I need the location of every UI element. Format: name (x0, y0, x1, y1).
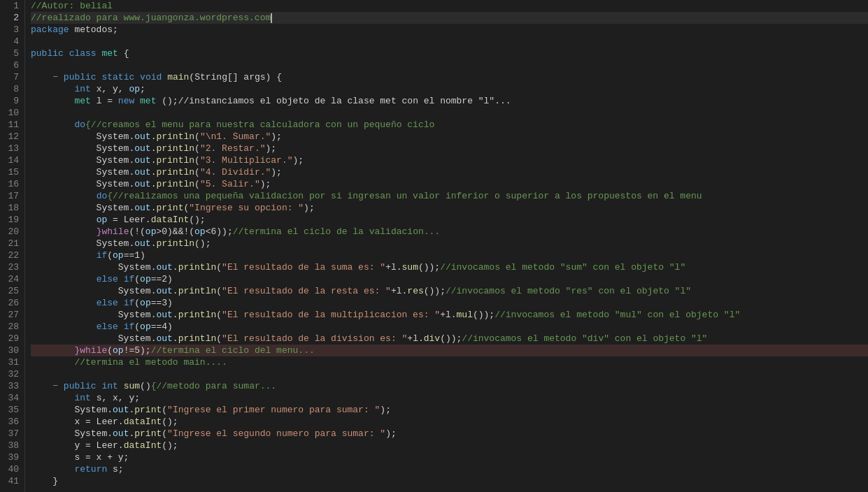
code-line-41: } (31, 475, 868, 487)
text-cursor (271, 13, 272, 23)
code-line-9: met l = new met ();//instanciamos el obj… (31, 95, 868, 107)
line-number-12: 12 (6, 131, 19, 143)
code-content[interactable]: //Autor: belial//realizado para www.juan… (25, 0, 868, 492)
code-line-8: int x, y, op; (31, 83, 868, 95)
line-number-28: 28 (6, 321, 19, 333)
code-line-32: ​ (31, 368, 868, 380)
line-number-2: 2 (6, 12, 19, 24)
line-number-25: 25 (6, 285, 19, 297)
line-number-11: 11 (6, 119, 19, 131)
line-number-31: 31 (6, 356, 19, 368)
line-number-40: 40 (6, 463, 19, 475)
code-line-20: }while(!(op>0)&&!(op<6));//termina el ci… (31, 226, 868, 238)
line-number-13: 13 (6, 143, 19, 154)
code-line-29: System.out.println("El resultado de la d… (31, 333, 868, 345)
code-line-4: ​ (31, 36, 868, 48)
line-number-8: 8 (6, 83, 19, 95)
code-line-30: }while(op!=5);//termina el ciclo del men… (31, 345, 868, 356)
line-number-23: 23 (6, 261, 19, 273)
line-number-30: 30 (6, 345, 19, 356)
line-number-3: 3 (6, 24, 19, 36)
line-number-35: 35 (6, 404, 19, 416)
code-line-28: else if(op==4) (31, 321, 868, 333)
line-number-32: 32 (6, 368, 19, 380)
code-line-31: //termina el metodo main.... (31, 356, 868, 368)
line-number-9: 9 (6, 95, 19, 107)
line-number-16: 16 (6, 178, 19, 190)
line-number-38: 38 (6, 440, 19, 451)
code-line-10: ​ (31, 107, 868, 119)
code-line-25: System.out.println("El resultado de la r… (31, 285, 868, 297)
code-line-11: do{//creamos el menu para nuestra calcul… (31, 119, 868, 131)
code-line-17: do{//realizamos una pequeña validacion p… (31, 190, 868, 202)
code-editor: 1234567891011121314151617181920212223242… (0, 0, 868, 492)
code-line-23: System.out.println("El resultado de la s… (31, 261, 868, 273)
line-number-7: 7 (6, 71, 19, 83)
line-number-26: 26 (6, 297, 19, 309)
code-line-27: System.out.println("El resultado de la m… (31, 309, 868, 321)
line-number-17: 17 (6, 190, 19, 202)
code-line-14: System.out.println("3. Multiplicar."); (31, 154, 868, 166)
code-line-1: //Autor: belial (31, 0, 868, 12)
line-number-15: 15 (6, 166, 19, 178)
code-line-21: System.out.println(); (31, 238, 868, 249)
line-number-1: 1 (6, 0, 19, 12)
code-line-37: System.out.print("Ingrese el segundo num… (31, 428, 868, 440)
code-line-16: System.out.println("5. Salir."); (31, 178, 868, 190)
code-line-34: int s, x, y; (31, 392, 868, 404)
line-number-41: 41 (6, 475, 19, 487)
line-number-29: 29 (6, 333, 19, 345)
line-number-27: 27 (6, 309, 19, 321)
line-number-14: 14 (6, 154, 19, 166)
code-line-38: y = Leer.dataInt(); (31, 440, 868, 451)
code-line-36: x = Leer.dataInt(); (31, 416, 868, 428)
code-line-19: op = Leer.dataInt(); (31, 214, 868, 226)
code-line-3: package metodos; (31, 24, 868, 36)
line-number-18: 18 (6, 202, 19, 214)
line-number-10: 10 (6, 107, 19, 119)
code-line-13: System.out.println("2. Restar."); (31, 143, 868, 154)
code-line-6: ​ (31, 59, 868, 71)
code-line-12: System.out.println("\n1. Sumar."); (31, 131, 868, 143)
line-numbers-gutter: 1234567891011121314151617181920212223242… (0, 0, 25, 492)
line-number-37: 37 (6, 428, 19, 440)
line-number-21: 21 (6, 238, 19, 249)
code-line-7: − public static void main(String[] args)… (31, 71, 868, 83)
code-line-18: System.out.print("Ingrese su opcion: "); (31, 202, 868, 214)
code-line-15: System.out.println("4. Dividir."); (31, 166, 868, 178)
line-number-22: 22 (6, 249, 19, 261)
code-line-24: else if(op==2) (31, 273, 868, 285)
line-number-39: 39 (6, 451, 19, 463)
code-line-26: else if(op==3) (31, 297, 868, 309)
code-line-39: s = x + y; (31, 451, 868, 463)
line-number-19: 19 (6, 214, 19, 226)
line-number-6: 6 (6, 59, 19, 71)
line-number-36: 36 (6, 416, 19, 428)
line-number-20: 20 (6, 226, 19, 238)
code-line-40: return s; (31, 463, 868, 475)
line-number-5: 5 (6, 48, 19, 59)
code-line-35: System.out.print("Ingrese el primer nume… (31, 404, 868, 416)
code-line-33: − public int sum(){//metodo para sumar..… (31, 380, 868, 392)
line-number-33: 33 (6, 380, 19, 392)
code-line-2: //realizado para www.juangonza.wordpress… (31, 12, 868, 24)
code-line-22: if(op==1) (31, 249, 868, 261)
code-line-5: public class met { (31, 48, 868, 59)
line-number-34: 34 (6, 392, 19, 404)
line-number-4: 4 (6, 36, 19, 48)
line-number-24: 24 (6, 273, 19, 285)
